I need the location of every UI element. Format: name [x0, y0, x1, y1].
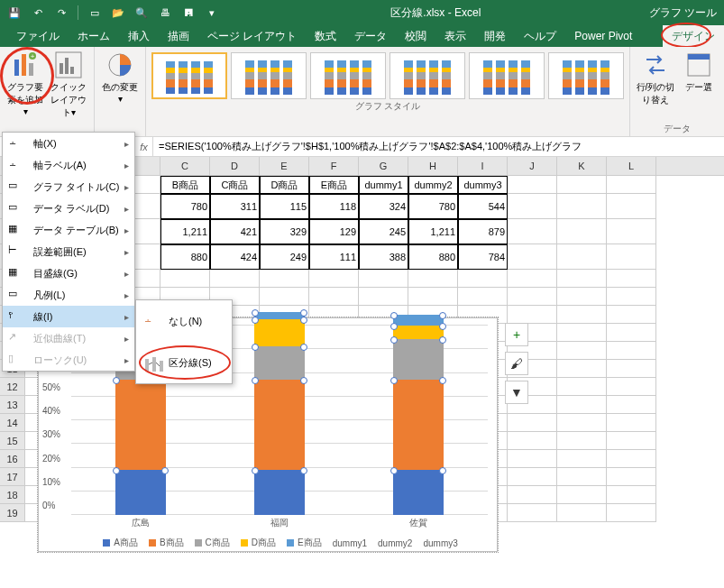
data-cell[interactable]: 329: [260, 219, 309, 244]
cell[interactable]: [557, 288, 607, 306]
cell[interactable]: [557, 194, 607, 219]
bar-segment[interactable]: [393, 470, 444, 515]
bar-segment[interactable]: [254, 319, 305, 346]
cell[interactable]: [607, 194, 656, 219]
row-header[interactable]: 19: [0, 504, 25, 522]
print-icon[interactable]: 🖶: [154, 2, 176, 23]
table-header[interactable]: dummy1: [359, 176, 408, 194]
tab-help[interactable]: ヘルプ: [515, 25, 565, 47]
cell[interactable]: [607, 244, 656, 270]
chart-styles-button[interactable]: 🖌: [505, 352, 528, 375]
data-cell[interactable]: 880: [408, 244, 458, 270]
cell[interactable]: [508, 288, 557, 306]
data-cell[interactable]: 115: [260, 194, 309, 219]
submenu-none[interactable]: ⫠ なし(N): [136, 300, 232, 342]
bar-segment[interactable]: [393, 326, 444, 339]
data-cell[interactable]: 311: [210, 194, 260, 219]
cell[interactable]: [607, 414, 656, 432]
bar-segment[interactable]: [115, 380, 166, 470]
cell[interactable]: [408, 288, 458, 306]
cell[interactable]: [508, 468, 557, 486]
select-data-button[interactable]: デー選: [679, 49, 719, 108]
cell[interactable]: [557, 432, 607, 450]
menu-legend[interactable]: ▭凡例(L)▸: [3, 284, 134, 306]
menu-data-table[interactable]: ▦データ テーブル(B)▸: [3, 219, 134, 241]
chart-style-3[interactable]: [310, 52, 386, 99]
cell[interactable]: [359, 270, 408, 288]
cell[interactable]: [607, 324, 656, 342]
data-cell[interactable]: 388: [359, 244, 408, 270]
tab-data[interactable]: データ: [345, 25, 396, 47]
cell[interactable]: [508, 486, 557, 504]
col-header[interactable]: J: [508, 157, 557, 175]
quick-layout-button[interactable]: クイックレイアウト▾: [49, 49, 88, 108]
col-header[interactable]: C: [160, 157, 210, 175]
save-as-icon[interactable]: 🖪: [178, 2, 199, 23]
row-header[interactable]: 13: [0, 396, 25, 414]
cell[interactable]: [607, 396, 656, 414]
cell[interactable]: [508, 219, 557, 244]
cell[interactable]: [557, 450, 607, 468]
tab-home[interactable]: ホーム: [69, 25, 119, 47]
tab-insert[interactable]: 挿入: [119, 25, 159, 47]
table-header[interactable]: dummy3: [458, 176, 508, 194]
switch-row-col-button[interactable]: 行/列の切り替え: [636, 49, 675, 108]
cell[interactable]: [607, 288, 656, 306]
chart-style-6[interactable]: [548, 52, 624, 99]
cell[interactable]: [508, 504, 557, 522]
tab-file[interactable]: ファイル: [7, 25, 69, 47]
menu-chart-title[interactable]: ▭グラフ タイトル(C)▸: [3, 176, 134, 198]
col-header[interactable]: E: [260, 157, 309, 175]
col-header[interactable]: F: [309, 157, 359, 175]
bar-segment[interactable]: [254, 380, 305, 470]
menu-error-bar[interactable]: ⊢誤差範囲(E)▸: [3, 241, 134, 262]
redo-icon[interactable]: ↷: [50, 2, 72, 23]
cell[interactable]: [508, 306, 557, 324]
data-cell[interactable]: 324: [359, 194, 408, 219]
cell[interactable]: [607, 468, 656, 486]
save-icon[interactable]: 💾: [4, 2, 25, 23]
cell[interactable]: [557, 378, 607, 396]
data-cell[interactable]: 118: [309, 194, 359, 219]
cell[interactable]: [508, 176, 557, 194]
data-cell[interactable]: 111: [309, 244, 359, 270]
cell[interactable]: [408, 270, 458, 288]
cell[interactable]: [557, 468, 607, 486]
cell[interactable]: [160, 270, 210, 288]
add-chart-element-button[interactable]: + グラフ要素を追加▾: [5, 49, 45, 108]
menu-gridlines[interactable]: ▦目盛線(G)▸: [3, 262, 134, 284]
col-header[interactable]: H: [408, 157, 458, 175]
cell[interactable]: [557, 342, 607, 360]
cell[interactable]: [260, 288, 309, 306]
fx-icon[interactable]: fx: [135, 137, 153, 156]
undo-icon[interactable]: ↶: [27, 2, 49, 23]
cell[interactable]: [557, 360, 607, 378]
cell[interactable]: [359, 288, 408, 306]
tab-design[interactable]: デザイン: [663, 25, 724, 47]
row-header[interactable]: 18: [0, 486, 25, 504]
data-cell[interactable]: 129: [309, 219, 359, 244]
cell[interactable]: [557, 244, 607, 270]
row-header[interactable]: 16: [0, 450, 25, 468]
row-header[interactable]: 14: [0, 414, 25, 432]
cell[interactable]: [607, 486, 656, 504]
data-cell[interactable]: 880: [160, 244, 210, 270]
col-header[interactable]: L: [607, 157, 656, 175]
cell[interactable]: [607, 342, 656, 360]
cell[interactable]: [557, 219, 607, 244]
cell[interactable]: [557, 270, 607, 288]
cell[interactable]: [607, 270, 656, 288]
cell[interactable]: [607, 450, 656, 468]
cell[interactable]: [607, 504, 656, 522]
chart-style-2[interactable]: [231, 52, 307, 99]
cell[interactable]: [210, 270, 260, 288]
chart-style-1[interactable]: [151, 52, 227, 99]
tab-formula[interactable]: 数式: [306, 25, 345, 47]
menu-axis-label[interactable]: ⫠軸ラベル(A)▸: [3, 154, 134, 176]
chart-style-4[interactable]: [389, 52, 465, 99]
bar-segment[interactable]: [254, 470, 305, 515]
data-cell[interactable]: 249: [260, 244, 309, 270]
cell[interactable]: [557, 504, 607, 522]
cell[interactable]: [557, 324, 607, 342]
row-header[interactable]: 12: [0, 378, 25, 396]
